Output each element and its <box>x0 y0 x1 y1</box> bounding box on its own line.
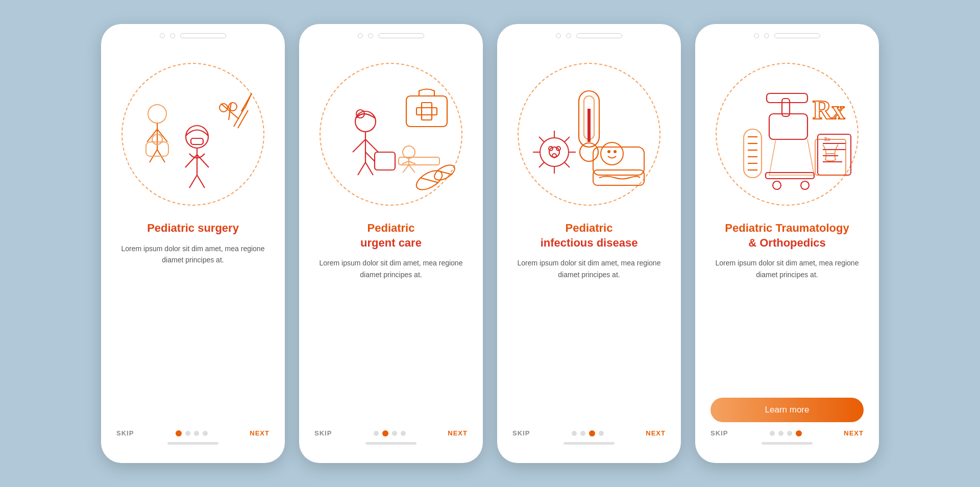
nav-dot-1 <box>572 431 577 436</box>
phone-card-surgery: Pediatric surgery Lorem ipsum dolor sit … <box>101 24 285 463</box>
nav-dot-4 <box>401 431 406 436</box>
next-button-infectious[interactable]: NEXT <box>646 429 666 437</box>
svg-text:Rx: Rx <box>813 95 845 125</box>
illustration-area-surgery <box>101 47 285 221</box>
nav-dot-3 <box>392 431 397 436</box>
phone-bar <box>378 33 424 38</box>
svg-point-18 <box>229 103 237 111</box>
card-desc-urgent: Lorem ipsum dolor sit dim amet, mea regi… <box>314 257 468 280</box>
svg-rect-32 <box>375 152 395 170</box>
nav-dot-3 <box>787 431 792 436</box>
card-bottom-urgent: SKIP NEXT <box>299 421 483 463</box>
nav-row-urgent: SKIP NEXT <box>314 429 468 437</box>
svg-line-13 <box>189 175 197 188</box>
svg-point-83 <box>773 181 781 189</box>
urgent-illustration <box>320 63 462 206</box>
nav-dot-4 <box>203 431 208 436</box>
skip-button-urgent[interactable]: SKIP <box>314 429 332 437</box>
svg-line-28 <box>353 139 365 152</box>
bottom-handle-surgery <box>167 442 218 445</box>
card-text-traumatology: Pediatric Traumatology & Orthopedics Lor… <box>695 221 879 389</box>
svg-line-11 <box>185 155 197 167</box>
nav-dot-2 <box>580 431 585 436</box>
skip-button-traumatology[interactable]: SKIP <box>710 429 728 437</box>
svg-line-30 <box>358 162 365 175</box>
illustration-area-urgent <box>299 47 483 221</box>
nav-dot-3 <box>194 431 199 436</box>
svg-point-0 <box>148 105 166 123</box>
surgery-illustration <box>121 63 264 206</box>
infectious-illustration <box>518 63 660 206</box>
phone-top-bar-urgent <box>299 24 483 42</box>
bottom-handle-infectious <box>564 442 615 445</box>
svg-rect-81 <box>769 114 807 139</box>
svg-line-39 <box>402 161 409 164</box>
svg-point-58 <box>549 147 559 157</box>
svg-line-12 <box>197 155 209 167</box>
nav-dot-1 <box>374 431 379 436</box>
nav-dot-1 <box>770 431 775 436</box>
card-bottom-traumatology: Learn more SKIP NEXT <box>695 389 879 463</box>
card-desc-infectious: Lorem ipsum dolor sit dim amet, mea regi… <box>512 257 666 280</box>
phone-card-infectious: Pediatric infectious disease Lorem ipsum… <box>497 24 681 463</box>
nav-row-surgery: SKIP NEXT <box>116 429 270 437</box>
card-desc-surgery: Lorem ipsum dolor sit dim amet, mea regi… <box>116 243 270 266</box>
svg-line-55 <box>565 137 570 142</box>
svg-rect-22 <box>406 96 447 127</box>
skip-button-surgery[interactable]: SKIP <box>116 429 134 437</box>
bottom-handle-urgent <box>365 442 416 445</box>
svg-line-40 <box>409 161 415 164</box>
illustration-area-infectious <box>497 47 681 221</box>
bottom-handle-traumatology <box>762 442 813 445</box>
svg-point-35 <box>403 146 415 158</box>
card-text-infectious: Pediatric infectious disease Lorem ipsum… <box>497 221 681 421</box>
svg-line-44 <box>437 165 452 180</box>
phone-card-urgent: Pediatric urgent care Lorem ipsum dolor … <box>299 24 483 463</box>
svg-point-84 <box>801 181 809 189</box>
next-button-urgent[interactable]: NEXT <box>448 429 468 437</box>
svg-rect-34 <box>399 157 439 165</box>
next-button-traumatology[interactable]: NEXT <box>844 429 864 437</box>
svg-line-56 <box>539 162 544 167</box>
nav-dots-urgent <box>374 430 406 436</box>
phone-bar <box>774 33 820 38</box>
phone-dot-1 <box>754 33 759 38</box>
phone-dot-2 <box>566 33 571 38</box>
svg-point-65 <box>614 151 616 153</box>
svg-line-21 <box>238 110 248 128</box>
svg-point-47 <box>580 143 598 161</box>
phone-bar <box>180 33 226 38</box>
svg-rect-82 <box>766 173 814 179</box>
phone-dot-2 <box>368 33 373 38</box>
card-text-urgent: Pediatric urgent care Lorem ipsum dolor … <box>299 221 483 421</box>
svg-rect-24 <box>416 108 437 115</box>
nav-dot-3-active <box>589 430 595 436</box>
nav-dot-4 <box>599 431 604 436</box>
phone-top-bar-infectious <box>497 24 681 42</box>
card-title-infectious: Pediatric infectious disease <box>512 221 666 250</box>
next-button-surgery[interactable]: NEXT <box>250 429 270 437</box>
cards-container: Pediatric surgery Lorem ipsum dolor sit … <box>101 24 879 463</box>
svg-line-37 <box>403 165 409 173</box>
svg-line-20 <box>234 109 244 127</box>
illustration-area-traumatology: Rx Rx <box>695 47 879 221</box>
learn-more-button[interactable]: Learn more <box>710 398 864 422</box>
phone-dot-2 <box>170 33 175 38</box>
phone-top-bar-traumatology <box>695 24 879 42</box>
nav-dots-traumatology <box>770 430 802 436</box>
card-title-traumatology: Pediatric Traumatology & Orthopedics <box>710 221 864 250</box>
svg-rect-9 <box>191 138 203 144</box>
nav-dots-infectious <box>572 430 604 436</box>
svg-rect-23 <box>422 103 432 120</box>
svg-line-38 <box>409 165 415 173</box>
svg-rect-87 <box>815 139 846 175</box>
skip-button-infectious[interactable]: SKIP <box>512 429 530 437</box>
phone-bar <box>576 33 622 38</box>
phone-dot-1 <box>556 33 561 38</box>
svg-line-14 <box>197 175 205 188</box>
svg-line-29 <box>365 139 378 152</box>
card-bottom-surgery: SKIP NEXT <box>101 421 285 463</box>
phone-dot-1 <box>160 33 165 38</box>
svg-point-49 <box>540 138 569 166</box>
phone-dot-2 <box>764 33 769 38</box>
